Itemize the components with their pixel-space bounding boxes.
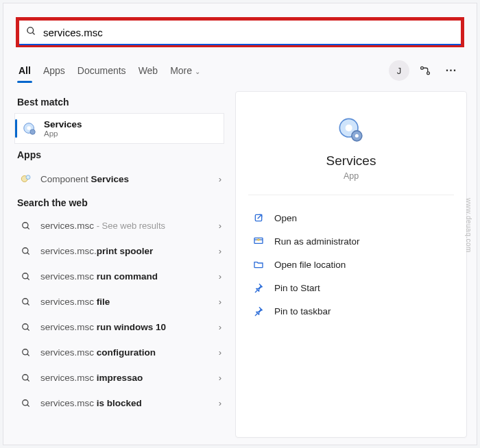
chevron-right-icon: › bbox=[219, 174, 221, 184]
tab-more[interactable]: More⌄ bbox=[170, 61, 200, 80]
best-match-title: Services bbox=[44, 119, 82, 129]
open-icon bbox=[251, 212, 266, 223]
preview-title: Services bbox=[248, 153, 454, 169]
search-icon bbox=[19, 323, 34, 332]
search-icon bbox=[19, 272, 34, 282]
apps-result-item[interactable]: Component Services › bbox=[13, 166, 226, 192]
web-result-item[interactable]: services.msc run windows 10› bbox=[13, 315, 226, 339]
chevron-right-icon: › bbox=[219, 271, 221, 282]
web-result-item[interactable]: services.msc - See web results› bbox=[13, 214, 226, 238]
search-icon bbox=[26, 26, 36, 39]
pin-icon bbox=[251, 306, 266, 316]
action-open-file-location[interactable]: Open file location bbox=[248, 253, 454, 276]
web-result-item[interactable]: services.msc impressao› bbox=[13, 366, 226, 390]
preview-app-icon bbox=[337, 116, 365, 144]
tab-all[interactable]: All bbox=[19, 61, 31, 80]
search-icon bbox=[19, 247, 34, 256]
search-input[interactable] bbox=[42, 26, 454, 39]
svg-point-8 bbox=[26, 175, 30, 179]
preview-actions: OpenRun as administratorOpen file locati… bbox=[248, 195, 454, 323]
result-label: services.msc is blocked bbox=[40, 398, 219, 408]
search-underline bbox=[19, 44, 461, 45]
filter-tabs: All Apps Documents Web More⌄ J ··· bbox=[19, 58, 461, 83]
web-result-item[interactable]: services.msc file› bbox=[13, 290, 226, 314]
web-result-item[interactable]: services.msc is blocked› bbox=[13, 391, 226, 415]
tab-documents[interactable]: Documents bbox=[77, 61, 126, 80]
search-icon bbox=[19, 348, 34, 358]
result-label: services.msc run command bbox=[40, 271, 219, 282]
web-result-item[interactable]: services.msc configuration› bbox=[13, 340, 226, 364]
search-icon bbox=[19, 297, 34, 307]
best-match-item[interactable]: Services App bbox=[14, 113, 224, 144]
svg-line-24 bbox=[27, 404, 29, 406]
svg-line-16 bbox=[27, 303, 29, 305]
svg-point-21 bbox=[23, 374, 28, 379]
svg-point-17 bbox=[23, 323, 28, 329]
action-pin-to-start[interactable]: Pin to Start bbox=[248, 276, 454, 299]
preview-subtitle: App bbox=[248, 171, 454, 181]
svg-line-10 bbox=[27, 227, 29, 229]
svg-line-14 bbox=[27, 277, 29, 279]
web-result-item[interactable]: services.msc run command› bbox=[13, 264, 226, 288]
best-match-header: Best match bbox=[17, 97, 221, 108]
action-pin-to-taskbar[interactable]: Pin to taskbar bbox=[248, 299, 454, 323]
action-label: Run as administrator bbox=[274, 236, 360, 247]
action-run-as-administrator[interactable]: Run as administrator bbox=[248, 229, 454, 253]
action-label: Pin to taskbar bbox=[274, 306, 331, 316]
svg-line-20 bbox=[27, 353, 29, 356]
apps-header: Apps bbox=[17, 149, 221, 160]
svg-point-5 bbox=[27, 126, 31, 130]
svg-line-1 bbox=[32, 32, 34, 34]
action-label: Open bbox=[274, 213, 297, 223]
result-label: services.msc file bbox=[40, 297, 219, 307]
chevron-right-icon: › bbox=[219, 398, 221, 408]
result-label: services.msc run windows 10 bbox=[40, 322, 219, 332]
chevron-right-icon: › bbox=[219, 347, 221, 358]
web-result-item[interactable]: services.msc.print spooler› bbox=[13, 239, 226, 263]
flow-icon[interactable] bbox=[415, 60, 435, 81]
action-label: Pin to Start bbox=[274, 283, 320, 293]
result-label: services.msc configuration bbox=[40, 347, 219, 358]
action-open[interactable]: Open bbox=[248, 206, 454, 229]
svg-point-11 bbox=[23, 247, 28, 253]
svg-point-3 bbox=[427, 72, 430, 75]
chevron-right-icon: › bbox=[219, 373, 221, 383]
tab-apps[interactable]: Apps bbox=[43, 61, 65, 80]
action-label: Open file location bbox=[274, 260, 346, 270]
chevron-down-icon: ⌄ bbox=[195, 68, 200, 75]
results-list: Best match Services App Apps Component bbox=[13, 91, 226, 438]
result-label: services.msc.print spooler bbox=[40, 246, 219, 256]
svg-line-12 bbox=[27, 252, 29, 254]
svg-line-22 bbox=[27, 379, 29, 381]
search-icon bbox=[19, 399, 34, 408]
pin-icon bbox=[251, 282, 266, 293]
component-services-icon bbox=[19, 173, 34, 185]
chevron-right-icon: › bbox=[219, 221, 221, 231]
more-options-icon[interactable]: ··· bbox=[441, 60, 461, 81]
chevron-right-icon: › bbox=[219, 297, 221, 307]
folder-icon bbox=[251, 259, 266, 270]
svg-point-19 bbox=[23, 349, 28, 354]
chevron-right-icon: › bbox=[219, 322, 221, 332]
svg-point-26 bbox=[346, 125, 352, 132]
chevron-right-icon: › bbox=[219, 246, 221, 256]
svg-point-2 bbox=[421, 66, 424, 69]
tab-web[interactable]: Web bbox=[139, 61, 158, 80]
svg-point-9 bbox=[23, 222, 28, 227]
result-label: services.msc impressao bbox=[40, 373, 219, 383]
watermark: www.deuaq.com bbox=[465, 198, 472, 253]
svg-point-0 bbox=[27, 27, 34, 33]
search-box-highlight bbox=[16, 17, 464, 47]
account-avatar[interactable]: J bbox=[389, 60, 409, 81]
search-icon bbox=[19, 373, 34, 383]
svg-point-6 bbox=[30, 129, 35, 134]
result-label: Component Services bbox=[40, 174, 219, 184]
web-header: Search the web bbox=[17, 197, 221, 208]
admin-icon bbox=[251, 236, 266, 247]
result-label: services.msc - See web results bbox=[40, 221, 219, 231]
search-icon bbox=[19, 221, 34, 231]
preview-pane: Services App OpenRun as administratorOpe… bbox=[235, 91, 467, 438]
svg-point-13 bbox=[23, 273, 28, 278]
svg-point-15 bbox=[23, 298, 28, 303]
services-gear-icon bbox=[22, 121, 37, 136]
